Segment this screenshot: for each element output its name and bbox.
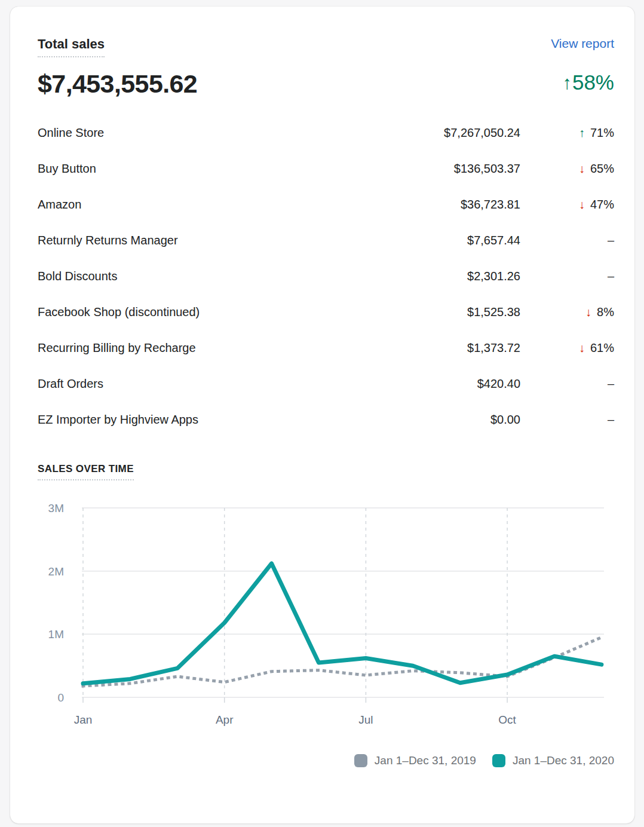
legend-label-2019: Jan 1–Dec 31, 2019 xyxy=(375,754,476,767)
x-axis-tick-label: Apr xyxy=(216,713,234,726)
sales-over-time-title[interactable]: SALES OVER TIME xyxy=(38,463,134,480)
channel-amount: $7,657.44 xyxy=(329,234,520,247)
channel-change: ↓47% xyxy=(520,198,614,212)
table-row: Returnly Returns Manager $7,657.44 – xyxy=(38,223,614,259)
table-row: Buy Button $136,503.37 ↓65% xyxy=(38,151,614,187)
x-axis-tick-label: Oct xyxy=(498,713,516,726)
card-header: Total sales View report xyxy=(38,36,614,57)
channel-amount: $420.40 xyxy=(329,377,520,391)
channel-change: ↓8% xyxy=(520,305,614,319)
channel-change: ↓65% xyxy=(520,162,614,176)
total-row: $7,453,555.62 ↑58% xyxy=(38,70,614,98)
channel-change: ↑71% xyxy=(520,126,614,140)
sales-over-time-chart: 01M2M3MJanAprJulOct xyxy=(38,490,614,739)
channel-label: Facebook Shop (discontinued) xyxy=(38,305,329,319)
channel-label: Amazon xyxy=(38,198,329,212)
channel-amount: $0.00 xyxy=(329,413,520,427)
table-row: Amazon $36,723.81 ↓47% xyxy=(38,187,614,223)
channel-label: Bold Discounts xyxy=(38,269,329,283)
change-value: 71% xyxy=(590,126,614,139)
up-arrow-icon: ↑ xyxy=(562,73,572,92)
legend-swatch-2020 xyxy=(492,754,505,767)
channel-amount: $1,525.38 xyxy=(329,305,520,319)
channel-amount: $2,301.26 xyxy=(329,269,520,283)
line-chart-canvas: 01M2M3MJanAprJulOct xyxy=(38,490,614,736)
change-value: 47% xyxy=(590,198,614,211)
table-row: Recurring Billing by Recharge $1,373.72 … xyxy=(38,330,614,366)
table-row: Facebook Shop (discontinued) $1,525.38 ↓… xyxy=(38,295,614,330)
table-row: Draft Orders $420.40 – xyxy=(38,366,614,402)
card-title[interactable]: Total sales xyxy=(38,36,105,57)
change-value: – xyxy=(608,269,614,283)
change-value: – xyxy=(608,413,614,426)
channel-label: Buy Button xyxy=(38,162,329,176)
total-change-value: 58% xyxy=(572,70,614,95)
channel-change: ↓61% xyxy=(520,341,614,355)
change-value: 65% xyxy=(590,162,614,175)
channel-label: Recurring Billing by Recharge xyxy=(38,341,329,355)
x-axis-tick-label: Jan xyxy=(74,713,93,726)
channel-label: Draft Orders xyxy=(38,377,329,391)
table-row: Online Store $7,267,050.24 ↑71% xyxy=(38,115,614,151)
sales-channel-table: Online Store $7,267,050.24 ↑71% Buy Butt… xyxy=(38,115,614,438)
down-arrow-icon: ↓ xyxy=(585,305,591,318)
chart-legend: Jan 1–Dec 31, 2019 Jan 1–Dec 31, 2020 xyxy=(38,754,614,767)
change-value: 61% xyxy=(590,341,614,354)
x-axis-tick-label: Jul xyxy=(358,713,373,726)
channel-change: – xyxy=(520,269,614,283)
down-arrow-icon: ↓ xyxy=(579,341,585,354)
down-arrow-icon: ↓ xyxy=(579,198,585,211)
legend-item-2019: Jan 1–Dec 31, 2019 xyxy=(354,754,476,767)
change-value: – xyxy=(608,234,614,247)
series-line-2020 xyxy=(83,563,602,684)
channel-amount: $136,503.37 xyxy=(329,162,520,176)
up-arrow-icon: ↑ xyxy=(579,126,585,139)
total-sales-value: $7,453,555.62 xyxy=(38,70,197,98)
y-axis-tick-label: 2M xyxy=(48,565,64,577)
y-axis-tick-label: 3M xyxy=(48,502,64,514)
channel-label: EZ Importer by Highview Apps xyxy=(38,413,329,427)
legend-item-2020: Jan 1–Dec 31, 2020 xyxy=(492,754,614,767)
legend-swatch-2019 xyxy=(354,754,367,767)
y-axis-tick-label: 1M xyxy=(48,628,64,641)
total-change-badge: ↑58% xyxy=(562,70,614,95)
view-report-link[interactable]: View report xyxy=(551,36,614,51)
channel-label: Returnly Returns Manager xyxy=(38,234,329,247)
channel-amount: $1,373.72 xyxy=(329,341,520,355)
table-row: Bold Discounts $2,301.26 – xyxy=(38,259,614,295)
channel-change: – xyxy=(520,413,614,427)
channel-amount: $36,723.81 xyxy=(329,198,520,212)
down-arrow-icon: ↓ xyxy=(579,162,585,175)
channel-change: – xyxy=(520,234,614,247)
y-axis-tick-label: 0 xyxy=(57,691,64,704)
legend-label-2020: Jan 1–Dec 31, 2020 xyxy=(513,754,614,767)
change-value: – xyxy=(608,377,614,390)
channel-label: Online Store xyxy=(38,126,329,140)
total-sales-card: Total sales View report $7,453,555.62 ↑5… xyxy=(10,7,634,823)
table-row: EZ Importer by Highview Apps $0.00 – xyxy=(38,402,614,438)
channel-amount: $7,267,050.24 xyxy=(329,126,520,140)
change-value: 8% xyxy=(597,305,614,318)
channel-change: – xyxy=(520,377,614,391)
